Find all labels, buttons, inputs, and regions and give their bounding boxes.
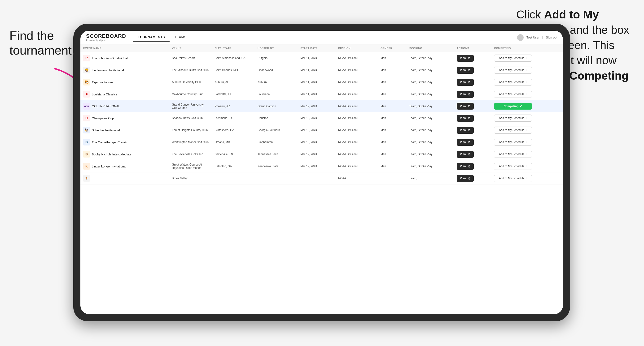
- add-schedule-button[interactable]: Add to My Schedule +: [494, 151, 532, 158]
- nav-tab-teams[interactable]: TEAMS: [170, 33, 191, 42]
- view-label: View: [460, 141, 466, 144]
- table-row: GCU GCU INVITATIONAL Grand Canyon Univer…: [80, 100, 563, 112]
- eye-icon: ⊙: [468, 56, 470, 60]
- add-schedule-button[interactable]: Add to My Schedule +: [494, 79, 532, 86]
- cell-event-name: K Linger Longer Invitational: [80, 160, 169, 173]
- cell-date: Mar 11, 2024: [298, 88, 335, 100]
- cell-gender: [378, 173, 406, 184]
- cell-city: Urbana, MD: [212, 136, 255, 148]
- cell-city: Phoenix, AZ: [212, 100, 255, 112]
- cell-date: Mar 17, 2024: [298, 160, 335, 173]
- view-label: View: [460, 56, 466, 60]
- view-button[interactable]: View ⊙: [457, 139, 474, 146]
- add-schedule-button[interactable]: Add to My Schedule +: [494, 175, 532, 182]
- add-schedule-button[interactable]: Add to My Schedule +: [494, 67, 532, 74]
- cell-city: [212, 173, 255, 184]
- cell-venue: The Missouri Bluffs Golf Club: [169, 64, 212, 76]
- view-label: View: [460, 116, 466, 120]
- cell-hosted: Louisiana: [255, 88, 298, 100]
- eye-icon: ⊙: [468, 129, 470, 132]
- cell-hosted: Grand Canyon: [255, 100, 298, 112]
- plus-icon: +: [525, 56, 527, 60]
- view-button[interactable]: View ⊙: [457, 91, 474, 98]
- cell-date: Mar 12, 2024: [298, 100, 335, 112]
- eye-icon: ⊙: [468, 104, 470, 108]
- col-scoring: SCORING: [406, 44, 454, 52]
- view-button[interactable]: View ⊙: [457, 127, 474, 134]
- plus-icon: +: [525, 81, 527, 84]
- event-name-text: Louisiana Classics: [92, 93, 117, 96]
- cell-division: NCAA Division I: [335, 160, 378, 173]
- cell-gender: Men: [378, 136, 406, 148]
- nav-tab-tournaments[interactable]: TOURNAMENTS: [133, 33, 170, 42]
- add-schedule-button[interactable]: Add to My Schedule +: [494, 91, 532, 98]
- add-schedule-label: Add to My Schedule: [499, 129, 524, 132]
- app-logo: SCOREBOARD: [86, 33, 126, 39]
- view-button[interactable]: View ⊙: [457, 103, 474, 110]
- event-name-text: Tiger Invitational: [92, 81, 114, 84]
- competing-button[interactable]: Competing ✓: [494, 103, 532, 110]
- cell-event-name: B Bobby Nichols Intercollegiate: [80, 148, 169, 160]
- view-button[interactable]: View ⊙: [457, 175, 474, 182]
- add-schedule-label: Add to My Schedule: [499, 141, 524, 144]
- table-row: R The Johnnie - O Individual Sea Palms R…: [80, 52, 563, 64]
- cell-hosted: Kennesaw State: [255, 160, 298, 173]
- cell-division: NCAA Division I: [335, 112, 378, 124]
- cell-venue: Great Waters Course At Reynolds Lake Oco…: [169, 160, 212, 173]
- cell-competing: Add to My Schedule +: [491, 124, 563, 136]
- tablet-screen: SCOREBOARD Powered by clippd TOURNAMENTS…: [80, 31, 563, 314]
- cell-date: Mar 11, 2024: [298, 64, 335, 76]
- add-schedule-button[interactable]: Add to My Schedule +: [494, 55, 532, 62]
- cell-actions: View ⊙: [454, 160, 491, 173]
- cell-venue: Shadow Hawk Golf Club: [169, 112, 212, 124]
- cell-competing: Add to My Schedule +: [491, 173, 563, 184]
- cell-venue: Forest Heights Country Club: [169, 124, 212, 136]
- cell-gender: Men: [378, 160, 406, 173]
- sign-out-link[interactable]: Sign out: [546, 36, 557, 39]
- add-schedule-button[interactable]: Add to My Schedule +: [494, 127, 532, 134]
- eye-icon: ⊙: [468, 116, 470, 120]
- table-row: ⚜ Louisiana Classics Oakbourne Country C…: [80, 88, 563, 100]
- view-label: View: [460, 165, 466, 168]
- col-venue: VENUE: [169, 44, 212, 52]
- app-header: SCOREBOARD Powered by clippd TOURNAMENTS…: [80, 31, 563, 44]
- view-button[interactable]: View ⊙: [457, 115, 474, 122]
- table-row: 🐯 Tiger Invitational Auburn University C…: [80, 76, 563, 88]
- view-button[interactable]: View ⊙: [457, 163, 474, 170]
- cell-hosted: Rutgers: [255, 52, 298, 64]
- check-icon: ✓: [520, 105, 522, 108]
- cell-city: Lafayette, LA: [212, 88, 255, 100]
- add-schedule-label: Add to My Schedule: [499, 177, 524, 180]
- event-name-text: Champions Cup: [92, 116, 114, 120]
- cell-event-name: 🦁 Lindenwood Invitational: [80, 64, 169, 76]
- cell-date: Mar 17, 2024: [298, 148, 335, 160]
- eye-icon: ⊙: [468, 68, 470, 72]
- cell-scoring: Team, Stroke Play: [406, 148, 454, 160]
- event-name-text: Schenkel Invitational: [92, 129, 120, 132]
- plus-icon: +: [525, 116, 527, 120]
- plus-icon: +: [525, 153, 527, 156]
- view-button[interactable]: View ⊙: [457, 67, 474, 74]
- cell-date: Mar 15, 2024: [298, 124, 335, 136]
- cell-scoring: Team, Stroke Play: [406, 88, 454, 100]
- cell-competing: Add to My Schedule +: [491, 64, 563, 76]
- add-schedule-button[interactable]: Add to My Schedule +: [494, 163, 532, 170]
- add-schedule-button[interactable]: Add to My Schedule +: [494, 139, 532, 146]
- team-logo: ⚜: [83, 91, 90, 98]
- cell-scoring: Team, Stroke Play: [406, 100, 454, 112]
- view-button[interactable]: View ⊙: [457, 151, 474, 158]
- cell-venue: Oakbourne Country Club: [169, 88, 212, 100]
- cell-gender: Men: [378, 148, 406, 160]
- view-button[interactable]: View ⊙: [457, 55, 474, 62]
- plus-icon: +: [525, 93, 527, 96]
- view-button[interactable]: View ⊙: [457, 79, 474, 86]
- add-schedule-button[interactable]: Add to My Schedule +: [494, 115, 532, 122]
- user-name: Test User: [526, 36, 540, 39]
- cell-scoring: Team, Stroke Play: [406, 52, 454, 64]
- cell-competing: Add to My Schedule +: [491, 76, 563, 88]
- plus-icon: +: [525, 129, 527, 132]
- team-logo: 🐯: [83, 79, 90, 85]
- cell-date: Mar 11, 2024: [298, 76, 335, 88]
- cell-scoring: Team, Stroke Play: [406, 76, 454, 88]
- cell-city: Auburn, AL: [212, 76, 255, 88]
